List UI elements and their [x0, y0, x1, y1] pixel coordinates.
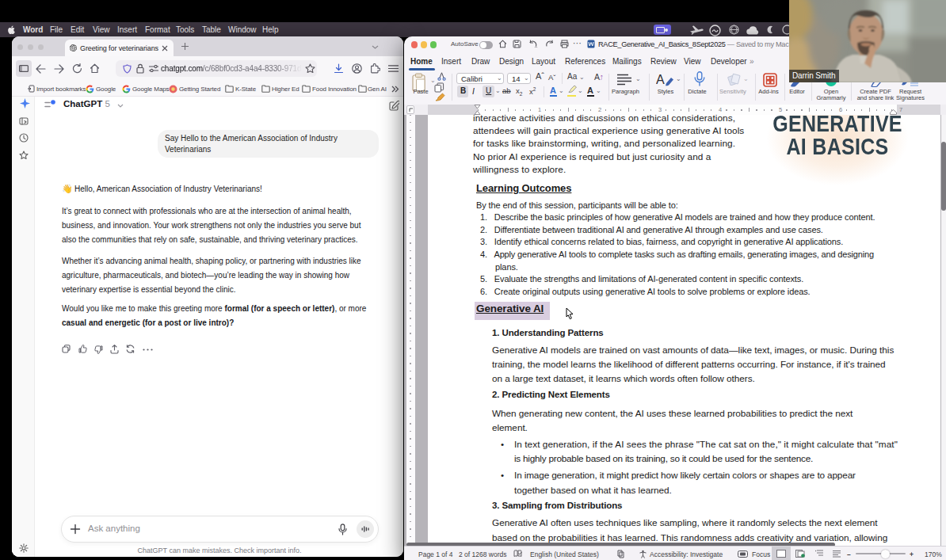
svg-text:A: A	[656, 73, 665, 86]
